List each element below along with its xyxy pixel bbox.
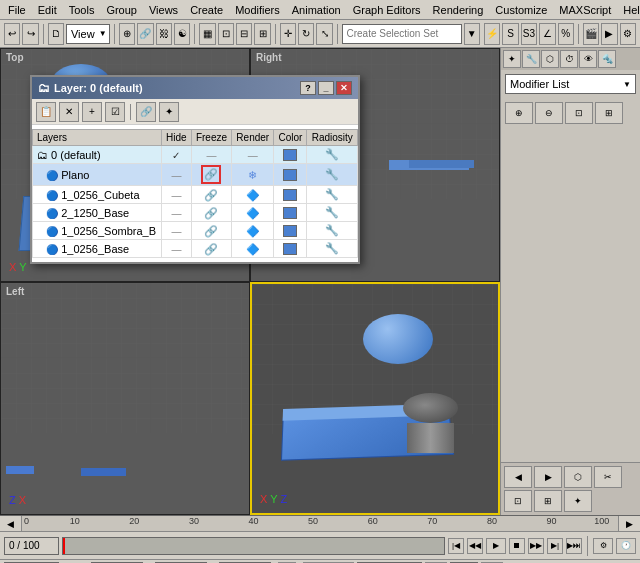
layer-radiosity-cell[interactable]: 🔧 — [307, 186, 358, 204]
redo-btn[interactable]: ↪ — [22, 23, 38, 45]
layer-render-cell[interactable]: 🔷 — [232, 222, 274, 240]
prev-frame-btn[interactable]: |◀ — [448, 538, 464, 554]
unlink-btn[interactable]: ⛓ — [156, 23, 172, 45]
layer-row[interactable]: 🔵 1_0256_Sombra_B—🔗🔷🔧 — [33, 222, 358, 240]
stop-btn[interactable]: ⏹ — [509, 538, 525, 554]
percent-snap-btn[interactable]: % — [558, 23, 574, 45]
lower-btn-5[interactable]: ⊡ — [504, 490, 532, 512]
menu-group[interactable]: Group — [100, 2, 143, 18]
select-filter-btn[interactable]: ▦ — [199, 23, 215, 45]
panel-btn-4[interactable]: ⊞ — [595, 102, 623, 124]
layer-render-cell[interactable]: — — [232, 146, 274, 164]
layer-render-cell[interactable]: 🔷 — [232, 186, 274, 204]
config-btn[interactable]: ⚙ — [593, 538, 613, 554]
dt-select[interactable]: ☑ — [105, 102, 125, 122]
panel-btn-2[interactable]: ⊖ — [535, 102, 563, 124]
dt-delete[interactable]: ✕ — [59, 102, 79, 122]
layer-hide-cell[interactable]: — — [161, 240, 191, 258]
menu-views[interactable]: Views — [143, 2, 184, 18]
dialog-minimize-btn[interactable]: _ — [318, 81, 334, 95]
dt-add-sel[interactable]: + — [82, 102, 102, 122]
layer-freeze-cell[interactable]: 🔗 — [191, 240, 231, 258]
timeline-scrub[interactable] — [62, 537, 445, 555]
time-config-btn[interactable]: 🕐 — [616, 538, 636, 554]
dialog-close-btn[interactable]: ✕ — [336, 81, 352, 95]
layer-radiosity-cell[interactable]: 🔧 — [307, 240, 358, 258]
create-selection-input[interactable] — [342, 24, 462, 44]
layer-freeze-cell[interactable]: 🔗 — [191, 204, 231, 222]
menu-help[interactable]: Help — [617, 2, 640, 18]
layer-row[interactable]: 🔵 1_0256_Base—🔗🔷🔧 — [33, 240, 358, 258]
layer-radiosity-cell[interactable]: 🔧 — [307, 222, 358, 240]
menu-edit[interactable]: Edit — [32, 2, 63, 18]
panel-btn-1[interactable]: ⊕ — [505, 102, 533, 124]
angle-snap-btn[interactable]: ∠ — [539, 23, 555, 45]
layer-row[interactable]: 🔵 Plano—🔗❄🔧 — [33, 164, 358, 186]
layer-row[interactable]: 🔵 2_1250_Base—🔗🔷🔧 — [33, 204, 358, 222]
menu-file[interactable]: File — [2, 2, 32, 18]
snap3d-btn[interactable]: S3 — [521, 23, 537, 45]
layer-color-cell[interactable] — [274, 240, 307, 258]
bind-btn[interactable]: ☯ — [174, 23, 190, 45]
layer-color-cell[interactable] — [274, 186, 307, 204]
tab-display[interactable]: 👁 — [579, 50, 597, 68]
layer-hide-cell[interactable]: — — [161, 164, 191, 186]
dt-new-layer[interactable]: 📋 — [36, 102, 56, 122]
menu-maxscript[interactable]: MAXScript — [553, 2, 617, 18]
dialog-help-btn[interactable]: ? — [300, 81, 316, 95]
quick-render-btn[interactable]: ▶ — [601, 23, 617, 45]
tab-modify[interactable]: 🔧 — [522, 50, 540, 68]
panel-btn-3[interactable]: ⊡ — [565, 102, 593, 124]
dt-link[interactable]: 🔗 — [136, 102, 156, 122]
layer-render-cell[interactable]: 🔷 — [232, 204, 274, 222]
last-frame-btn[interactable]: ▶⏭ — [566, 538, 582, 554]
prev-key-btn[interactable]: ◀◀ — [467, 538, 483, 554]
layer-color-cell[interactable] — [274, 222, 307, 240]
menu-modifiers[interactable]: Modifiers — [229, 2, 286, 18]
viewport-perspective[interactable]: X Y Z — [250, 282, 500, 516]
layer-hide-cell[interactable]: ✓ — [161, 146, 191, 164]
link-btn[interactable]: 🔗 — [137, 23, 153, 45]
modifier-list-dropdown[interactable]: Modifier List ▼ — [505, 74, 636, 94]
view-dropdown[interactable]: View ▼ — [66, 24, 110, 44]
layer-color-cell[interactable] — [274, 164, 307, 186]
menu-tools[interactable]: Tools — [63, 2, 101, 18]
timeline-left-arrow[interactable]: ◀ — [0, 516, 22, 531]
layer-freeze-cell[interactable]: 🔗 — [191, 222, 231, 240]
layer-freeze-cell[interactable]: — — [191, 146, 231, 164]
layer-radiosity-cell[interactable]: 🔧 — [307, 146, 358, 164]
lower-btn-2[interactable]: ▶ — [534, 466, 562, 488]
play-btn[interactable]: ▶ — [486, 538, 506, 554]
viewport-left[interactable]: Left Z X — [0, 282, 250, 516]
layer-color-cell[interactable] — [274, 204, 307, 222]
scale-btn[interactable]: ⤡ — [316, 23, 332, 45]
timeline-track[interactable]: 0 10 20 30 40 50 60 70 80 90 100 — [22, 516, 618, 531]
layer-row[interactable]: 🗂 0 (default)✓——🔧 — [33, 146, 358, 164]
layer-hide-cell[interactable]: — — [161, 204, 191, 222]
magnet-btn[interactable]: ⚡ — [484, 23, 500, 45]
rotate-btn[interactable]: ↻ — [298, 23, 314, 45]
region-btn[interactable]: ⊟ — [236, 23, 252, 45]
lower-btn-4[interactable]: ✂ — [594, 466, 622, 488]
menu-customize[interactable]: Customize — [489, 2, 553, 18]
undo-btn[interactable]: ↩ — [4, 23, 20, 45]
dt-star[interactable]: ✦ — [159, 102, 179, 122]
layer-freeze-cell[interactable]: 🔗 — [191, 186, 231, 204]
tab-hierarchy[interactable]: ⬡ — [541, 50, 559, 68]
lower-btn-1[interactable]: ◀ — [504, 466, 532, 488]
layer-radiosity-cell[interactable]: 🔧 — [307, 164, 358, 186]
layer-freeze-cell[interactable]: 🔗 — [191, 164, 231, 186]
select-btn[interactable]: ⊕ — [119, 23, 135, 45]
layer-color-cell[interactable] — [274, 146, 307, 164]
snap2d-btn[interactable]: S — [502, 23, 518, 45]
new-btn[interactable]: 🗋 — [48, 23, 64, 45]
timeline-right-arrow[interactable]: ▶ — [618, 516, 640, 531]
menu-graph-editors[interactable]: Graph Editors — [347, 2, 427, 18]
tab-utilities[interactable]: 🔩 — [598, 50, 616, 68]
layer-hide-cell[interactable]: — — [161, 186, 191, 204]
tab-motion[interactable]: ⏱ — [560, 50, 578, 68]
lower-btn-7[interactable]: ✦ — [564, 490, 592, 512]
layer-radiosity-cell[interactable]: 🔧 — [307, 204, 358, 222]
lower-btn-3[interactable]: ⬡ — [564, 466, 592, 488]
layer-render-cell[interactable]: 🔷 — [232, 240, 274, 258]
